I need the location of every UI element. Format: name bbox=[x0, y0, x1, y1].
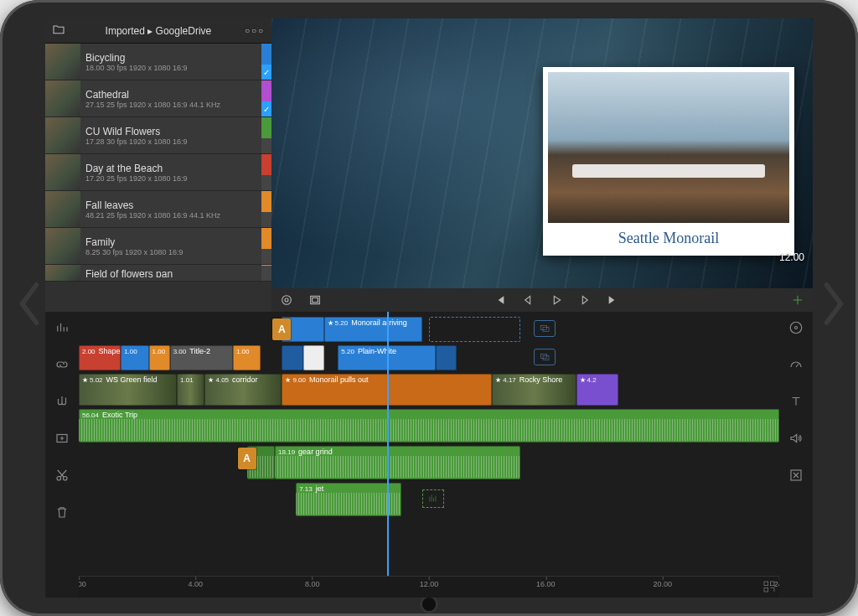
audio-track-1[interactable]: 56.04Exotic Trip bbox=[79, 409, 779, 443]
clip-row[interactable]: Fall leaves48.21 25 fps 1920 x 1080 16:9… bbox=[45, 191, 271, 228]
timeline-clip[interactable]: ★4.05corridor bbox=[204, 374, 282, 406]
clip-name: CU Wild Flowers bbox=[85, 126, 256, 137]
overlay-track-2[interactable]: 2.00Shapes-N1.001.003.00Title-21.005.20P… bbox=[79, 345, 779, 370]
left-tool-column bbox=[45, 312, 79, 598]
timeline-clip[interactable]: 1.00 bbox=[149, 345, 170, 370]
settings-wheel-icon[interactable] bbox=[280, 293, 293, 307]
timeline-clip[interactable]: 18.19gear grind bbox=[275, 446, 520, 479]
library-more-button[interactable]: ○○○ bbox=[245, 26, 265, 35]
svg-point-0 bbox=[282, 296, 292, 305]
clip-row[interactable]: CU Wild Flowers17.28 30 fps 1920 x 1080 … bbox=[45, 117, 271, 154]
clip-tag[interactable] bbox=[261, 265, 271, 281]
timeline-clip[interactable]: 7.13jet bbox=[296, 483, 401, 516]
clip-tag[interactable]: ✓ bbox=[261, 80, 271, 116]
link-icon[interactable] bbox=[54, 357, 70, 375]
library-breadcrumb[interactable]: Imported ▸ GoogleDrive bbox=[72, 25, 245, 37]
audio-track-3[interactable]: 7.13jet bbox=[79, 483, 779, 516]
folder-icon[interactable] bbox=[52, 23, 65, 39]
clip-meta: 17.20 25 fps 1920 x 1080 16:9 bbox=[85, 174, 256, 183]
clip-meta: 17.28 30 fps 1920 x 1080 16:9 bbox=[85, 137, 256, 146]
timeline-clip[interactable] bbox=[429, 317, 520, 342]
ruler-tick: 12.00 bbox=[420, 580, 439, 588]
timeline-clip[interactable]: 3.00Title-2 bbox=[170, 345, 233, 370]
preview-panel: Seattle Monorail 12.00 bbox=[271, 18, 813, 312]
ruler-tick: 24. bbox=[774, 580, 779, 588]
text-icon[interactable] bbox=[788, 394, 804, 412]
clip-tag[interactable] bbox=[261, 228, 271, 264]
svg-rect-13 bbox=[764, 588, 768, 592]
ruler-tick: 20.00 bbox=[653, 580, 672, 588]
ruler-tick: 8.00 bbox=[305, 580, 320, 588]
audio-drop-placeholder[interactable] bbox=[422, 489, 444, 508]
levels-icon[interactable] bbox=[54, 320, 70, 339]
add-track-icon[interactable] bbox=[54, 431, 70, 449]
overlay-title-card[interactable]: Seattle Monorail bbox=[543, 67, 794, 256]
audio-track-2[interactable]: A18.19gear grind bbox=[79, 446, 779, 479]
svg-rect-8 bbox=[543, 328, 549, 332]
timeline-clip[interactable]: ★4.17Rocky Shore bbox=[492, 374, 576, 406]
fx-icon[interactable] bbox=[788, 468, 804, 486]
clip-name: Field of flowers pan bbox=[85, 268, 256, 277]
cut-icon[interactable] bbox=[54, 468, 70, 486]
timeline-clip[interactable]: 2.00Shapes-N bbox=[79, 345, 121, 370]
svg-rect-3 bbox=[313, 298, 318, 302]
clip-row[interactable]: Cathedral27.15 25 fps 1920 x 1080 16:9 4… bbox=[45, 80, 271, 117]
preview-viewport[interactable]: Seattle Monorail 12.00 bbox=[271, 18, 813, 288]
clip-name: Family bbox=[85, 236, 256, 248]
step-fwd-button[interactable] bbox=[578, 293, 592, 307]
play-button[interactable] bbox=[550, 293, 563, 307]
clip-tag[interactable] bbox=[261, 154, 271, 190]
clip-row[interactable]: Bicycling18.00 30 fps 1920 x 1080 16:9✓ bbox=[45, 44, 271, 80]
clip-name: Bicycling bbox=[85, 52, 256, 64]
right-tool-column bbox=[779, 312, 813, 598]
overlay-track-1[interactable]: A★5.20Monorail arriving bbox=[79, 317, 779, 342]
timeline-clip[interactable]: 1.00 bbox=[233, 345, 261, 370]
timeline[interactable]: A★5.20Monorail arriving 2.00Shapes-N1.00… bbox=[79, 312, 779, 598]
timeline-clip[interactable]: ★4.2 bbox=[576, 374, 618, 406]
insert-placeholder-button[interactable] bbox=[534, 349, 556, 365]
timeline-clip[interactable]: ★5.02WS Green field bbox=[79, 374, 177, 406]
volume-icon[interactable] bbox=[788, 431, 804, 449]
clip-thumbnail bbox=[45, 44, 80, 80]
add-marker-icon[interactable] bbox=[791, 293, 804, 307]
clip-row[interactable]: Field of flowers pan bbox=[45, 265, 271, 282]
app-screen: Imported ▸ GoogleDrive ○○○ Bicycling18.0… bbox=[45, 18, 813, 598]
voiceover-icon[interactable] bbox=[54, 394, 70, 412]
trash-icon[interactable] bbox=[54, 505, 70, 523]
time-ruler[interactable]: 0.004.008.0012.0016.0020.0024. bbox=[79, 576, 779, 598]
svg-rect-7 bbox=[541, 326, 547, 330]
insert-placeholder-button[interactable] bbox=[534, 320, 556, 337]
disk-icon[interactable] bbox=[788, 320, 804, 339]
speed-icon[interactable] bbox=[788, 357, 804, 375]
clip-info: Fall leaves48.21 25 fps 1920 x 1080 16:9… bbox=[80, 191, 261, 227]
playhead[interactable] bbox=[387, 312, 389, 576]
timeline-clip[interactable] bbox=[436, 345, 457, 370]
transition-block[interactable]: A bbox=[272, 318, 291, 340]
clip-row[interactable]: Family8.25 30 fps 1920 x 1080 16:9 bbox=[45, 228, 271, 265]
preview-timecode: 12.00 bbox=[779, 251, 804, 263]
clip-thumbnail bbox=[45, 117, 80, 153]
timeline-clip[interactable]: 1.01 bbox=[177, 374, 204, 406]
library-panel: Imported ▸ GoogleDrive ○○○ Bicycling18.0… bbox=[45, 18, 271, 312]
ipad-home-button[interactable] bbox=[422, 598, 436, 611]
transition-block[interactable]: A bbox=[238, 448, 256, 469]
ruler-tick: 4.00 bbox=[189, 580, 204, 588]
main-video-track[interactable]: ★5.02WS Green field1.01★4.05corridor★9.0… bbox=[79, 374, 779, 406]
step-back-button[interactable] bbox=[521, 293, 535, 307]
safe-zone-icon[interactable] bbox=[308, 293, 322, 307]
clip-info: Field of flowers pan bbox=[80, 265, 261, 281]
timeline-clip[interactable]: 56.04Exotic Trip bbox=[79, 409, 779, 443]
clip-tag[interactable] bbox=[261, 191, 271, 227]
timeline-clip[interactable] bbox=[303, 345, 324, 370]
clip-meta: 18.00 30 fps 1920 x 1080 16:9 bbox=[85, 64, 256, 72]
goto-end-button[interactable] bbox=[607, 293, 620, 307]
clip-tag[interactable] bbox=[261, 117, 271, 153]
clip-tag[interactable]: ✓ bbox=[261, 44, 271, 80]
clip-meta: 27.15 25 fps 1920 x 1080 16:9 44.1 KHz bbox=[85, 101, 256, 109]
timeline-clip[interactable]: 1.00 bbox=[121, 345, 148, 370]
transport-bar bbox=[271, 288, 813, 312]
timeline-clip[interactable]: ★5.20Monorail arriving bbox=[324, 317, 422, 342]
goto-start-button[interactable] bbox=[493, 293, 506, 307]
timeline-clip[interactable] bbox=[282, 345, 302, 370]
clip-row[interactable]: Day at the Beach17.20 25 fps 1920 x 1080… bbox=[45, 154, 271, 191]
